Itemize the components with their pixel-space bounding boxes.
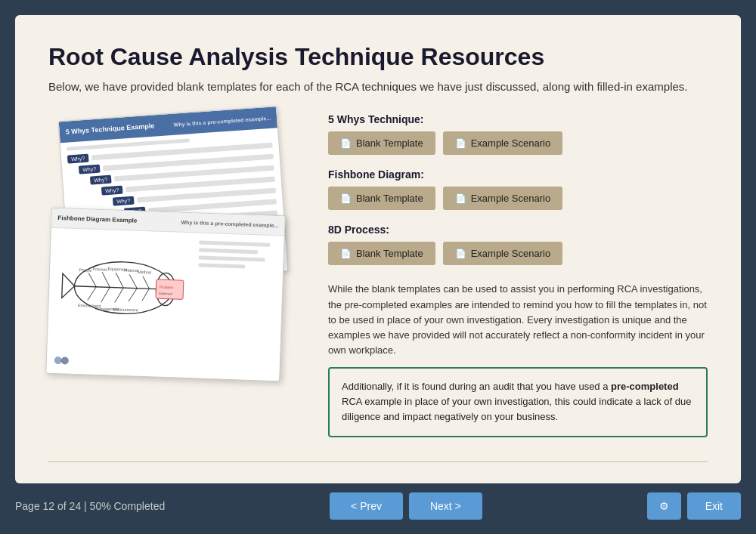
doc-fishbone: Fishbone Diagram Example Why is this a p…: [45, 208, 285, 382]
page-subtitle: Below, we have provided blank templates …: [48, 79, 708, 96]
fishbone-blank-btn[interactable]: 📄 Blank Template: [328, 187, 435, 210]
nav-buttons: < Prev Next >: [330, 492, 482, 520]
svg-rect-27: [156, 279, 184, 299]
svg-point-30: [54, 357, 62, 364]
exit-button[interactable]: Exit: [687, 492, 741, 520]
5whys-blank-btn[interactable]: 📄 Blank Template: [328, 131, 435, 155]
5whys-btn-group: 📄 Blank Template 📄 Example Scenario: [328, 131, 708, 155]
svg-line-12: [129, 275, 137, 289]
pdf-icon-3: 📄: [340, 193, 352, 204]
page-title: Root Cause Analysis Technique Resources: [48, 42, 708, 71]
svg-line-8: [75, 286, 156, 289]
svg-line-17: [129, 289, 137, 302]
svg-line-14: [88, 287, 96, 301]
warning-text-before: Additionally, if it is found during an a…: [342, 381, 611, 392]
bottom-bar: Page 12 of 24 | 50% Completed < Prev Nex…: [15, 483, 741, 520]
document-stack: 5 Whys Technique Example Why is this a p…: [48, 113, 298, 385]
content-area: 5 Whys Technique Example Why is this a p…: [48, 113, 708, 461]
svg-line-10: [101, 273, 110, 288]
warning-text-after: RCA example in place of your own investi…: [342, 396, 691, 422]
5whys-example-btn[interactable]: 📄 Example Scenario: [443, 131, 563, 155]
svg-text:Method: Method: [138, 270, 151, 275]
warning-box: Additionally, if it is found during an a…: [328, 367, 708, 437]
slide-container: Root Cause Analysis Technique Resources …: [15, 15, 741, 483]
technique-5whys-section: 5 Whys Technique: 📄 Blank Template 📄 Exa…: [328, 113, 708, 158]
technique-fishbone-label: Fishbone Diagram:: [328, 168, 708, 181]
technique-8d-section: 8D Process: 📄 Blank Template 📄 Example S…: [328, 224, 708, 268]
technique-5whys-label: 5 Whys Technique:: [328, 113, 708, 125]
pdf-icon-1: 📄: [340, 138, 352, 149]
svg-text:Process: Process: [93, 267, 108, 272]
prev-button[interactable]: < Prev: [330, 492, 403, 520]
pdf-icon-6: 📄: [455, 248, 466, 259]
svg-line-13: [142, 276, 150, 289]
svg-line-16: [115, 288, 123, 303]
fishbone-svg: People Process Equipment Material Method…: [54, 233, 194, 343]
left-panel: 5 Whys Technique Example Why is this a p…: [48, 113, 305, 461]
info-text: While the blank templates can be used to…: [328, 282, 708, 358]
warning-bold: pre-completed: [611, 381, 679, 392]
svg-line-15: [101, 287, 110, 302]
outer-wrapper: Root Cause Analysis Technique Resources …: [0, 0, 756, 534]
fishbone-example-btn[interactable]: 📄 Example Scenario: [443, 187, 563, 210]
page-info: Page 12 of 24 | 50% Completed: [15, 500, 165, 512]
svg-marker-4: [62, 273, 75, 298]
right-panel: 5 Whys Technique: 📄 Blank Template 📄 Exa…: [328, 113, 708, 461]
technique-fishbone-section: Fishbone Diagram: 📄 Blank Template 📄 Exa…: [328, 168, 708, 213]
doc-fishbone-logo: [52, 355, 74, 369]
slide-divider: [48, 461, 708, 462]
svg-line-9: [88, 273, 97, 287]
8d-example-btn[interactable]: 📄 Example Scenario: [443, 242, 563, 265]
svg-line-11: [115, 273, 123, 288]
svg-text:Measurement: Measurement: [113, 307, 139, 313]
svg-text:Material: Material: [124, 268, 138, 273]
settings-button[interactable]: ⚙: [647, 492, 681, 520]
fishbone-btn-group: 📄 Blank Template 📄 Example Scenario: [328, 187, 708, 210]
doc-fishbone-body: People Process Equipment Material Method…: [48, 228, 284, 351]
pdf-icon-4: 📄: [455, 193, 466, 204]
technique-8d-label: 8D Process:: [328, 224, 708, 236]
svg-point-31: [61, 357, 69, 365]
next-button[interactable]: Next >: [409, 492, 482, 520]
pdf-icon-2: 📄: [455, 138, 466, 149]
8d-btn-group: 📄 Blank Template 📄 Example Scenario: [328, 242, 708, 265]
svg-line-18: [142, 289, 150, 301]
8d-blank-btn[interactable]: 📄 Blank Template: [328, 242, 435, 265]
svg-text:People: People: [79, 268, 92, 273]
right-buttons: ⚙ Exit: [647, 492, 741, 520]
pdf-icon-5: 📄: [340, 248, 352, 259]
